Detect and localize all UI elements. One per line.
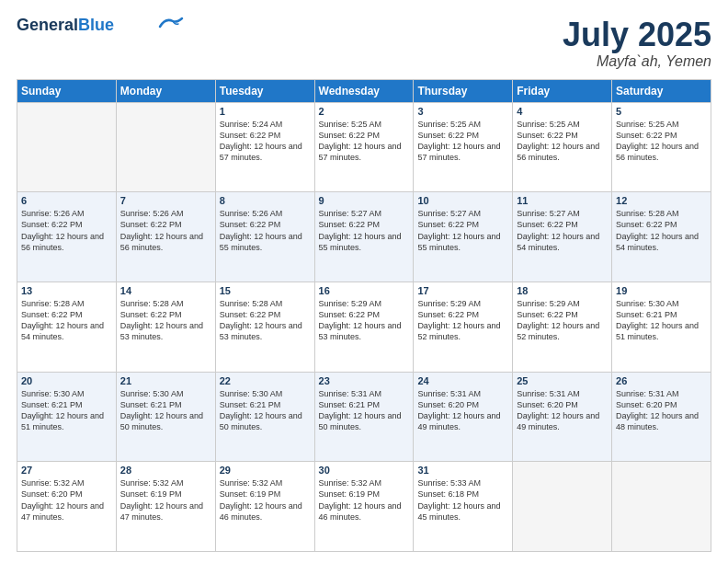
day-info: Sunrise: 5:28 AMSunset: 6:22 PMDaylight:… [21, 298, 112, 343]
calendar-day-cell [612, 462, 711, 552]
calendar-day-cell: 25Sunrise: 5:31 AMSunset: 6:20 PMDayligh… [513, 372, 612, 462]
calendar-day-cell [116, 102, 215, 192]
calendar-day-cell: 21Sunrise: 5:30 AMSunset: 6:21 PMDayligh… [116, 372, 215, 462]
weekday-header-monday: Monday [116, 79, 215, 102]
day-info: Sunrise: 5:24 AMSunset: 6:22 PMDaylight:… [220, 119, 311, 164]
day-number: 2 [319, 106, 410, 117]
calendar-day-cell: 24Sunrise: 5:31 AMSunset: 6:20 PMDayligh… [414, 372, 513, 462]
calendar-day-cell: 19Sunrise: 5:30 AMSunset: 6:21 PMDayligh… [612, 282, 711, 372]
weekday-header-row: SundayMondayTuesdayWednesdayThursdayFrid… [17, 79, 711, 102]
day-info: Sunrise: 5:28 AMSunset: 6:22 PMDaylight:… [616, 208, 707, 253]
calendar-day-cell [17, 102, 117, 192]
day-info: Sunrise: 5:30 AMSunset: 6:21 PMDaylight:… [220, 388, 311, 433]
title-block: July 2025 Mayfa`ah, Yemen [563, 17, 711, 70]
calendar-table: SundayMondayTuesdayWednesdayThursdayFrid… [17, 79, 711, 552]
calendar-day-cell: 8Sunrise: 5:26 AMSunset: 6:22 PMDaylight… [215, 192, 314, 282]
day-info: Sunrise: 5:26 AMSunset: 6:22 PMDaylight:… [120, 208, 211, 253]
weekday-header-sunday: Sunday [17, 79, 117, 102]
calendar-day-cell: 1Sunrise: 5:24 AMSunset: 6:22 PMDaylight… [215, 102, 314, 192]
calendar-day-cell: 3Sunrise: 5:25 AMSunset: 6:22 PMDaylight… [414, 102, 513, 192]
calendar-day-cell: 22Sunrise: 5:30 AMSunset: 6:21 PMDayligh… [215, 372, 314, 462]
calendar-day-cell: 18Sunrise: 5:29 AMSunset: 6:22 PMDayligh… [513, 282, 612, 372]
day-number: 10 [417, 195, 508, 206]
weekday-header-friday: Friday [513, 79, 612, 102]
calendar-day-cell: 26Sunrise: 5:31 AMSunset: 6:20 PMDayligh… [612, 372, 711, 462]
day-info: Sunrise: 5:29 AMSunset: 6:22 PMDaylight:… [517, 298, 608, 343]
logo: GeneralBlue [17, 17, 184, 35]
logo-text: GeneralBlue [17, 17, 114, 35]
day-number: 21 [120, 375, 211, 386]
calendar-week-row: 20Sunrise: 5:30 AMSunset: 6:21 PMDayligh… [17, 372, 711, 462]
day-info: Sunrise: 5:28 AMSunset: 6:22 PMDaylight:… [220, 298, 311, 343]
day-number: 22 [220, 375, 311, 386]
calendar-day-cell: 11Sunrise: 5:27 AMSunset: 6:22 PMDayligh… [513, 192, 612, 282]
day-number: 31 [417, 465, 508, 476]
calendar-day-cell: 13Sunrise: 5:28 AMSunset: 6:22 PMDayligh… [17, 282, 117, 372]
day-number: 8 [220, 195, 311, 206]
calendar-week-row: 6Sunrise: 5:26 AMSunset: 6:22 PMDaylight… [17, 192, 711, 282]
logo-bird-icon [158, 16, 184, 30]
header: GeneralBlue July 2025 Mayfa`ah, Yemen [17, 17, 711, 70]
calendar-day-cell: 10Sunrise: 5:27 AMSunset: 6:22 PMDayligh… [414, 192, 513, 282]
day-info: Sunrise: 5:30 AMSunset: 6:21 PMDaylight:… [616, 298, 707, 343]
calendar-day-cell [513, 462, 612, 552]
day-info: Sunrise: 5:25 AMSunset: 6:22 PMDaylight:… [616, 119, 707, 164]
calendar-day-cell: 4Sunrise: 5:25 AMSunset: 6:22 PMDaylight… [513, 102, 612, 192]
calendar-day-cell: 23Sunrise: 5:31 AMSunset: 6:21 PMDayligh… [314, 372, 414, 462]
day-number: 19 [616, 285, 707, 296]
page: GeneralBlue July 2025 Mayfa`ah, Yemen Su… [0, 0, 728, 563]
day-info: Sunrise: 5:25 AMSunset: 6:22 PMDaylight:… [417, 119, 508, 164]
day-info: Sunrise: 5:30 AMSunset: 6:21 PMDaylight:… [21, 388, 112, 433]
day-info: Sunrise: 5:32 AMSunset: 6:19 PMDaylight:… [120, 477, 211, 523]
month-title: July 2025 [563, 17, 711, 53]
day-number: 28 [120, 465, 211, 476]
day-info: Sunrise: 5:27 AMSunset: 6:22 PMDaylight:… [417, 208, 508, 253]
day-number: 24 [417, 375, 508, 386]
day-info: Sunrise: 5:27 AMSunset: 6:22 PMDaylight:… [517, 208, 608, 253]
day-number: 4 [517, 106, 608, 117]
day-number: 7 [120, 195, 211, 206]
day-number: 15 [220, 285, 311, 296]
calendar-day-cell: 5Sunrise: 5:25 AMSunset: 6:22 PMDaylight… [612, 102, 711, 192]
day-number: 3 [417, 106, 508, 117]
day-info: Sunrise: 5:33 AMSunset: 6:18 PMDaylight:… [417, 477, 508, 523]
day-number: 27 [21, 465, 112, 476]
day-number: 1 [220, 106, 311, 117]
day-info: Sunrise: 5:26 AMSunset: 6:22 PMDaylight:… [21, 208, 112, 253]
calendar-day-cell: 9Sunrise: 5:27 AMSunset: 6:22 PMDaylight… [314, 192, 414, 282]
day-number: 5 [616, 106, 707, 117]
weekday-header-thursday: Thursday [414, 79, 513, 102]
day-number: 30 [319, 465, 410, 476]
calendar-day-cell: 12Sunrise: 5:28 AMSunset: 6:22 PMDayligh… [612, 192, 711, 282]
calendar-day-cell: 15Sunrise: 5:28 AMSunset: 6:22 PMDayligh… [215, 282, 314, 372]
calendar-day-cell: 14Sunrise: 5:28 AMSunset: 6:22 PMDayligh… [116, 282, 215, 372]
day-info: Sunrise: 5:30 AMSunset: 6:21 PMDaylight:… [120, 388, 211, 433]
day-info: Sunrise: 5:31 AMSunset: 6:20 PMDaylight:… [417, 388, 508, 433]
calendar-day-cell: 30Sunrise: 5:32 AMSunset: 6:19 PMDayligh… [314, 462, 414, 552]
calendar-week-row: 13Sunrise: 5:28 AMSunset: 6:22 PMDayligh… [17, 282, 711, 372]
day-number: 18 [517, 285, 608, 296]
logo-general: General [17, 16, 78, 34]
day-info: Sunrise: 5:31 AMSunset: 6:20 PMDaylight:… [616, 388, 707, 433]
calendar-day-cell: 2Sunrise: 5:25 AMSunset: 6:22 PMDaylight… [314, 102, 414, 192]
day-number: 25 [517, 375, 608, 386]
calendar-week-row: 1Sunrise: 5:24 AMSunset: 6:22 PMDaylight… [17, 102, 711, 192]
day-number: 17 [417, 285, 508, 296]
day-info: Sunrise: 5:32 AMSunset: 6:19 PMDaylight:… [220, 477, 311, 523]
calendar-day-cell: 31Sunrise: 5:33 AMSunset: 6:18 PMDayligh… [414, 462, 513, 552]
calendar-day-cell: 17Sunrise: 5:29 AMSunset: 6:22 PMDayligh… [414, 282, 513, 372]
day-number: 16 [319, 285, 410, 296]
day-info: Sunrise: 5:25 AMSunset: 6:22 PMDaylight:… [517, 119, 608, 164]
day-number: 9 [319, 195, 410, 206]
day-number: 6 [21, 195, 112, 206]
day-info: Sunrise: 5:31 AMSunset: 6:21 PMDaylight:… [319, 388, 410, 433]
day-number: 26 [616, 375, 707, 386]
day-number: 13 [21, 285, 112, 296]
calendar-day-cell: 28Sunrise: 5:32 AMSunset: 6:19 PMDayligh… [116, 462, 215, 552]
location-title: Mayfa`ah, Yemen [563, 53, 711, 70]
day-number: 11 [517, 195, 608, 206]
day-info: Sunrise: 5:27 AMSunset: 6:22 PMDaylight:… [319, 208, 410, 253]
weekday-header-saturday: Saturday [612, 79, 711, 102]
calendar-day-cell: 16Sunrise: 5:29 AMSunset: 6:22 PMDayligh… [314, 282, 414, 372]
day-info: Sunrise: 5:32 AMSunset: 6:19 PMDaylight:… [319, 477, 410, 523]
